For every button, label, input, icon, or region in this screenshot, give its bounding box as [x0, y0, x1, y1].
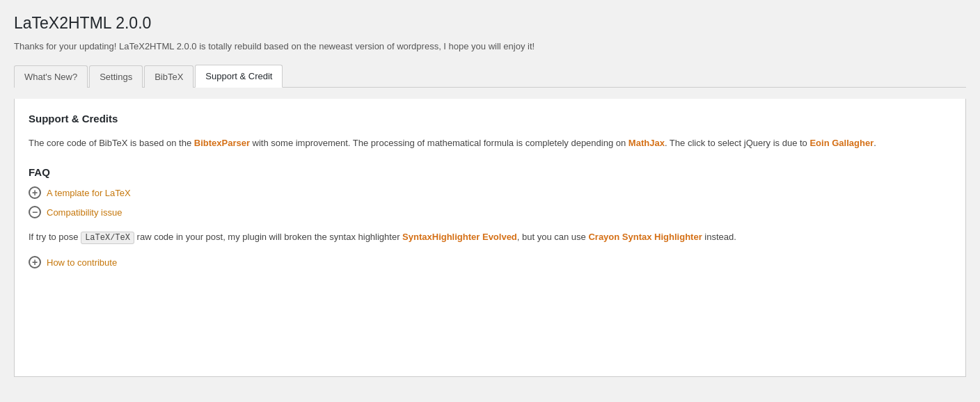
compatibility-section: If try to pose LaTeX/TeX raw code in you… [29, 230, 951, 245]
description-text-3: . The click to select jQuery is due to [665, 138, 810, 148]
description-text-1: The core code of BibTeX is based on the [29, 138, 194, 148]
link-mathjax[interactable]: MathJax [629, 138, 665, 148]
faq-label-compatibility[interactable]: Compatibility issue [47, 207, 122, 218]
tab-support-credit[interactable]: Support & Credit [195, 65, 283, 88]
faq-label-how-to-contribute[interactable]: How to contribute [47, 257, 117, 268]
section-title: Support & Credits [29, 113, 951, 124]
compat-text-1: If try to pose [29, 232, 81, 242]
faq-title: FAQ [29, 166, 951, 178]
description-paragraph: The core code of BibTeX is based on the … [29, 136, 951, 151]
faq-item-compatibility[interactable]: − Compatibility issue [29, 206, 951, 218]
tab-bar: What's New? Settings BibTeX Support & Cr… [14, 64, 966, 88]
link-crayon[interactable]: Crayon Syntax Highlighter [588, 232, 702, 242]
tab-bibtex[interactable]: BibTeX [144, 65, 193, 88]
link-eoin-gallagher[interactable]: Eoin Gallagher [809, 138, 874, 148]
tab-whats-new[interactable]: What's New? [14, 65, 88, 88]
plus-icon: + [29, 186, 41, 199]
faq-item-latex-template[interactable]: + A template for LaTeX [29, 186, 951, 199]
page-title: LaTeX2HTML 2.0.0 [14, 14, 966, 33]
compat-text-2: raw code in your post, my plugin will br… [134, 232, 402, 242]
minus-icon: − [29, 206, 41, 218]
link-bibtex-parser[interactable]: BibtexParser [194, 138, 250, 148]
description-text-4: . [874, 138, 876, 148]
link-syntax-highlighter[interactable]: SyntaxHighlighter Evolved [402, 232, 517, 242]
content-area: Support & Credits The core code of BibTe… [14, 99, 966, 377]
faq-label-latex-template[interactable]: A template for LaTeX [47, 188, 131, 198]
plus-icon-contribute: + [29, 256, 41, 268]
faq-item-how-to-contribute[interactable]: + How to contribute [29, 256, 951, 268]
description-text-2: with some improvement. The processing of… [250, 138, 629, 148]
code-latex-tex: LaTeX/TeX [81, 232, 134, 244]
compat-text-3: , but you can use [517, 232, 589, 242]
tab-settings[interactable]: Settings [89, 65, 143, 88]
page-subtitle: Thanks for your updating! LaTeX2HTML 2.0… [14, 41, 966, 51]
compat-text-4: instead. [702, 232, 736, 242]
